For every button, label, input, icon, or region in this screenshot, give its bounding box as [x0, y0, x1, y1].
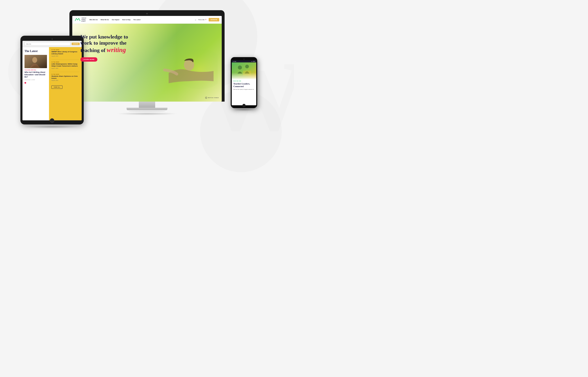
hero-child-figure	[148, 40, 218, 97]
phone-home-button[interactable]	[242, 104, 245, 107]
phone-title: Teacher-Leaders, Connected	[233, 82, 255, 88]
tablet-latest-left: The Latest	[23, 47, 49, 120]
phone-description: We are the nation's largest network of	[233, 89, 255, 90]
logo-text: nationalwritingproject	[81, 17, 86, 22]
page-dot-1[interactable]: 1	[24, 82, 26, 84]
phone-screen: 11:30 AM ▪▪▪ 100%	[232, 60, 256, 105]
tablet-news-item-3: IN THE NEWS Students Share Opinions on C…	[51, 74, 79, 81]
find-site-link[interactable]: Find a Site 📍	[198, 19, 207, 21]
search-icon[interactable]: ⌕	[195, 19, 196, 21]
phone-status-bar: 11:30 AM ▪▪▪ 100%	[232, 60, 256, 62]
tablet-article-tag: TEACHING WRITING	[24, 69, 47, 71]
tablet-news-tag-3: IN THE NEWS	[51, 74, 79, 75]
tablet-news-date-3: Aug 05, 2019	[51, 80, 79, 81]
monitor-base	[127, 108, 167, 110]
monitor-screen: nationalwritingproject Who We Are What W…	[72, 16, 222, 102]
tablet-search-bar: DONATE	[23, 41, 82, 47]
tablet-article-date: September 3, 2019	[24, 79, 47, 80]
tablet-view-all-btn[interactable]: VIEW ALL	[51, 85, 62, 89]
monitor-reflection	[129, 111, 165, 112]
play-icon: ▶	[205, 97, 207, 99]
phone-battery-icon: 100%	[253, 61, 255, 62]
phone-frame: 11:30 AM ▪▪▪ 100%	[231, 57, 257, 108]
tablet-news-item-2: IN THE NEWS Little Shakespeares: NDSU Ca…	[51, 61, 79, 69]
tablet-latest-title: The Latest	[24, 49, 47, 53]
tablet-news-title-2[interactable]: Little Shakespeares: NDSU Camp Helps Cre…	[51, 63, 79, 67]
tablet-donate-btn[interactable]: DONATE	[72, 43, 80, 45]
desktop-nav-right: ⌕ Find a Site 📍 DONATE	[195, 18, 219, 22]
desktop-navbar: nationalwritingproject Who We Are What W…	[72, 16, 222, 24]
tablet-device: DONATE The Latest	[20, 36, 84, 128]
tablet-featured-image	[24, 55, 47, 68]
pin-icon: 📍	[205, 19, 207, 21]
tablet-latest-section: The Latest	[23, 47, 82, 120]
desktop-monitor: nationalwritingproject Who We Are What W…	[69, 10, 225, 115]
nwp-logo-icon	[75, 18, 80, 22]
monitor-frame: nationalwritingproject Who We Are What W…	[69, 10, 225, 102]
phone-camera	[244, 59, 245, 59]
donate-button[interactable]: DONATE	[209, 18, 219, 22]
phone-hero-overlay	[232, 73, 256, 79]
nav-link-how-to-help[interactable]: How to Help	[122, 19, 130, 20]
monitor-neck	[139, 102, 155, 108]
monitor-camera	[147, 13, 147, 14]
watch-video-link[interactable]: ▶ WATCH VIDEO	[205, 97, 219, 99]
monitor-shadow	[116, 112, 178, 115]
nav-link-who-we-are[interactable]: Who We Are	[89, 19, 98, 20]
tablet-news-date-1: Aug 29, 2019	[51, 56, 79, 57]
nav-link-the-latest[interactable]: The Latest	[133, 19, 140, 20]
tablet-screen: DONATE The Latest	[23, 41, 82, 120]
svg-point-2	[173, 48, 218, 89]
tablet-news-item-1: IN THE NEWS WMWP Wins Library of Congres…	[51, 49, 79, 57]
hero-headline: We put knowledge towork to improve thete…	[80, 34, 128, 54]
desktop-nav-links: Who We Are What We Do Our Impact How to …	[89, 19, 195, 20]
svg-point-6	[245, 65, 249, 68]
nav-link-our-impact[interactable]: Our Impact	[112, 19, 120, 20]
hero-writing-word: writing	[107, 46, 126, 53]
tablet-frame: DONATE The Latest	[20, 36, 84, 124]
news-divider-2	[51, 72, 79, 72]
news-divider-1	[51, 59, 79, 60]
tablet-news-date-2: Aug 07, 2019	[51, 68, 79, 69]
svg-point-5	[238, 66, 242, 70]
phone-time: 11:30 AM	[233, 61, 236, 62]
tablet-news-tag-2: IN THE NEWS	[51, 61, 79, 63]
phone-status-icons: ▪▪▪ 100%	[251, 61, 255, 62]
nav-link-what-we-do[interactable]: What We Do	[101, 19, 109, 20]
tablet-search-input[interactable]	[24, 42, 71, 46]
desktop-logo[interactable]: nationalwritingproject	[75, 17, 86, 22]
phone-content: WHO WE ARE Teacher-Leaders, Connected We…	[232, 79, 256, 92]
tablet-latest-right: IN THE NEWS WMWP Wins Library of Congres…	[49, 47, 82, 120]
tablet-home-button[interactable]	[50, 118, 54, 123]
tablet-news-title-1[interactable]: WMWP Wins Library of Congress Literacy A…	[51, 51, 79, 55]
tablet-article-title[interactable]: Who Isn't Writing About Education—and Sh…	[24, 71, 47, 78]
phone-signal-icon: ▪▪▪	[251, 61, 252, 62]
tablet-news-title-3[interactable]: Students Share Opinions on Civic Issues	[51, 75, 79, 80]
phone-hero-image	[232, 62, 256, 79]
desktop-hero: We put knowledge towork to improve thete…	[72, 24, 222, 102]
learn-more-button[interactable]: LEARN MORE	[80, 57, 98, 62]
hero-content: We put knowledge towork to improve thete…	[80, 34, 128, 62]
tablet-camera	[52, 39, 53, 40]
svg-point-1	[32, 57, 37, 63]
phone-shadow	[233, 109, 255, 111]
phone-section-tag: WHO WE ARE	[233, 80, 255, 82]
tablet-pagination: 1	[24, 82, 47, 84]
tablet-shadow	[24, 125, 81, 128]
tablet-news-tag-1: IN THE NEWS	[51, 49, 79, 50]
smartphone-device: 11:30 AM ▪▪▪ 100%	[231, 57, 257, 111]
